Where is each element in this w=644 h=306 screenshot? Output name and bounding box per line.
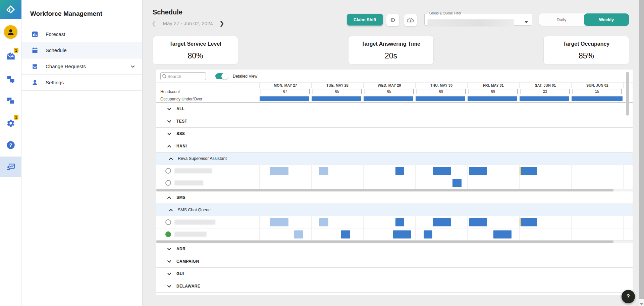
group-queue-filter[interactable]: Group & Queue Filter [424,11,532,26]
group-label: SMS [176,195,185,200]
panel-vertical-scrollbar[interactable] [626,72,629,116]
shift-block[interactable] [319,167,328,175]
rail-item-chat[interactable] [0,70,21,89]
column-separator [467,177,468,189]
agent-row[interactable] [156,165,633,177]
rail-item-profile[interactable] [0,23,21,41]
page-scrollbar[interactable] [639,0,644,306]
detailed-view-toggle[interactable] [215,73,227,79]
dropdown-caret-icon[interactable] [525,21,528,23]
shift-block[interactable] [319,218,328,226]
kpi-value: 20s [348,51,433,60]
shift-block[interactable] [270,218,288,226]
search-input[interactable] [167,74,202,79]
occupancy-row: Occupancy Under/Over [156,95,633,103]
agent-row[interactable] [156,177,633,189]
chevron-up-icon [169,157,173,160]
app-logo[interactable] [0,0,21,19]
chevron-down-icon [167,260,171,263]
shift-block[interactable] [433,167,451,175]
schedule-toolbar: Detailed View [156,70,633,80]
help-fab[interactable]: ? [622,290,635,303]
group-row-campaign[interactable]: CAMPAIGN [156,255,633,268]
shift-block[interactable] [393,230,411,238]
shift-block[interactable] [520,167,537,175]
date-prev-button[interactable]: ❮ [152,21,156,26]
group-row-hani[interactable]: HANI [156,140,633,152]
chevron-up-icon [169,209,173,212]
horizontal-scrollbar[interactable] [156,241,633,243]
kpi-label: Target Answering Time [348,41,433,47]
column-separator [519,228,520,240]
schedule-settings-button[interactable]: ⚙ [386,14,399,26]
day-header-0: MON, MAY 27 [259,83,311,88]
sidebar-item-schedule[interactable]: Schedule [21,42,142,58]
date-next-button[interactable]: ❯ [220,21,224,26]
scroll-down-arrow-icon[interactable] [640,303,643,305]
rail-item-approvals[interactable]: 1 [0,47,21,66]
rail-item-windows[interactable] [0,91,21,110]
day-header-6: SUN, JUN 02 [571,83,623,88]
group-row-sss[interactable]: SSS [156,128,633,140]
column-separator [311,216,312,228]
group-row-test[interactable]: TEST [156,115,633,128]
shift-block[interactable] [493,230,512,238]
avatar [4,25,17,39]
column-separator [259,228,260,240]
column-separator [467,228,468,240]
shift-block[interactable] [294,230,303,238]
subgroup-row[interactable]: SMS Chat Queue [156,204,633,216]
column-separator [415,177,416,189]
agent-status-radio[interactable] [165,219,171,225]
agent-status-radio[interactable] [165,168,171,174]
occupancy-bar [572,96,623,101]
agent-row[interactable] [156,216,633,228]
kpi-label: Target Occupancy [544,41,629,47]
shift-block[interactable] [433,218,451,226]
agent-row[interactable] [156,228,633,241]
shift-block[interactable] [520,218,537,226]
view-toggle-weekly[interactable]: Weekly [584,13,629,26]
chevron-down-icon[interactable] [131,65,135,68]
download-button[interactable] [404,14,417,26]
sidebar-item-forecast[interactable]: Forecast [21,26,142,42]
occupancy-bar [416,96,465,101]
shift-block[interactable] [424,230,432,238]
rail-item-help[interactable]: ? [0,136,21,155]
subgroup-label: SMS Chat Queue [178,208,211,212]
headcount-value: 65 [313,89,362,94]
sidebar-item-settings[interactable]: Settings [21,75,142,91]
page-scrollbar-thumb[interactable] [639,0,644,299]
icon-rail: 1 1 ? [0,0,21,306]
shift-block[interactable] [395,218,404,226]
shift-block[interactable] [341,230,350,238]
subgroup-row[interactable]: Reva Supervisor Assistant [156,152,633,165]
rail-item-settings[interactable]: 1 [0,114,21,133]
schedule-grid: MON, MAY 27TUE, MAY 28WED, MAY 29THU, MA… [156,82,633,293]
shift-block[interactable] [469,218,487,226]
view-toggle-daily[interactable]: Daily [539,13,584,26]
cloud-download-icon [407,17,414,23]
sidebar-item-change-requests[interactable]: Change Requests [21,58,142,75]
horizontal-scrollbar-thumb[interactable] [156,189,613,191]
shift-block[interactable] [395,167,404,175]
group-row-delaware[interactable]: DELAWARE [156,280,633,293]
shift-block[interactable] [452,179,462,187]
agent-status-radio[interactable] [165,231,171,237]
occupancy-label: Occupancy Under/Over [160,97,202,101]
shift-block[interactable] [469,167,487,175]
svg-text:?: ? [9,142,12,148]
group-row-all[interactable]: ALL [156,103,633,115]
horizontal-scrollbar[interactable] [156,189,633,191]
day-header-row: MON, MAY 27TUE, MAY 28WED, MAY 29THU, MA… [156,82,633,88]
agent-status-radio[interactable] [165,180,171,186]
group-row-sms[interactable]: SMS [156,191,633,204]
horizontal-scrollbar-thumb[interactable] [156,241,613,243]
claim-shift-button[interactable]: Claim Shift [347,14,383,26]
group-row-gui[interactable]: GUI [156,268,633,280]
headcount-row: Headcount67656569692315 [156,88,633,95]
shift-block[interactable] [270,167,288,175]
group-row-adr[interactable]: ADR [156,243,633,255]
rail-item-agent-performance[interactable] [0,157,21,177]
headcount-value: 15 [573,89,622,94]
